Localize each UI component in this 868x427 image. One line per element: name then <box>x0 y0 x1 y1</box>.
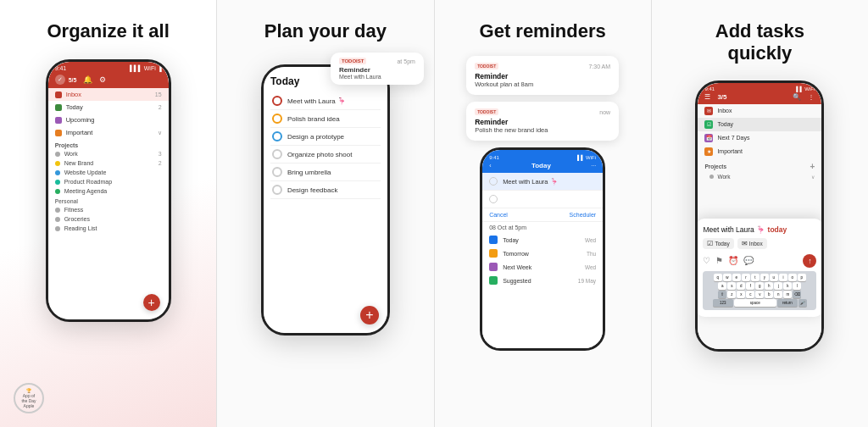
key-mic[interactable]: 🎤 <box>798 299 807 307</box>
ph4-projects-plus[interactable]: + <box>810 162 815 171</box>
key-w[interactable]: w <box>723 274 732 281</box>
key-n[interactable]: n <box>774 291 782 298</box>
ph4-nav-next7[interactable]: 📅 Next 7 Days <box>698 131 821 145</box>
key-shift[interactable]: ⇧ <box>718 291 726 298</box>
nav-upcoming[interactable]: Upcoming <box>48 114 169 126</box>
key-z[interactable]: z <box>727 291 736 298</box>
proj-fitness[interactable]: Fitness <box>48 205 169 214</box>
ph4-next7-icon: 📅 <box>704 134 713 142</box>
ph4-nav-important[interactable]: ★ Important <box>698 145 821 158</box>
ph4-nav-inbox[interactable]: ✉ Inbox <box>698 104 821 118</box>
key-o[interactable]: o <box>788 274 797 281</box>
panel-3-title: Get reminders <box>480 20 606 42</box>
ph4-search-icon[interactable]: 🔍 <box>793 93 801 101</box>
key-backspace[interactable]: ⌫ <box>793 291 801 298</box>
ph4-proj-work-label: Work <box>717 174 730 180</box>
panel-4-title: Add tasksquickly <box>715 20 804 65</box>
task-feedback[interactable]: Design feedback <box>270 181 381 199</box>
panel-1-title: Organize it all <box>47 20 169 42</box>
proj-roadmap[interactable]: Product Roadmap <box>48 177 169 186</box>
key-y[interactable]: y <box>760 274 769 281</box>
task-photo-shoot[interactable]: Organize photo shoot <box>270 146 381 164</box>
key-123[interactable]: 123 <box>713 299 733 307</box>
key-a[interactable]: a <box>718 282 726 290</box>
panel-2-title: Plan your day <box>264 20 387 42</box>
ph4-app-name: 3/5 <box>717 93 726 101</box>
ph3-sched-tomorrow[interactable]: Tomorrow Thu <box>482 247 603 260</box>
nav-today[interactable]: Today 2 <box>48 101 169 114</box>
notif-logo-2: TODOIST <box>475 108 498 115</box>
app-badge-line3: Apple <box>24 403 35 408</box>
key-b[interactable]: b <box>765 291 773 298</box>
key-space[interactable]: space <box>734 299 776 307</box>
proj-meeting[interactable]: Meeting Agenda <box>48 186 169 196</box>
projects-label: Projects <box>48 139 169 149</box>
key-i[interactable]: i <box>779 274 787 281</box>
key-k[interactable]: k <box>783 282 792 290</box>
task-text-meet-laura: Meet with Laura 🦩 <box>287 97 346 105</box>
ph3-task-highlighted[interactable]: Meet with Laura 🦩 <box>482 173 603 191</box>
key-e[interactable]: e <box>732 274 741 281</box>
ph3-scheduler-btn[interactable]: Scheduler <box>570 212 597 218</box>
key-p[interactable]: p <box>798 274 806 281</box>
ph3-sched-suggested[interactable]: Suggested 19 May <box>482 274 603 287</box>
ph3-sched-today[interactable]: Today Wed <box>482 233 603 247</box>
today-label: Today <box>66 103 83 111</box>
ph4-nav-today[interactable]: ☑ Today <box>698 118 821 131</box>
task-polish-brand[interactable]: Polish brand idea <box>270 110 381 128</box>
qa-flag-btn[interactable]: ⚑ <box>715 256 723 265</box>
ph3-back-icon[interactable]: ‹ <box>489 163 491 169</box>
proj-groceries[interactable]: Groceries <box>48 214 169 224</box>
qa-tag-today[interactable]: ☑ Today <box>703 238 733 249</box>
key-l[interactable]: l <box>793 282 801 290</box>
key-g[interactable]: g <box>755 282 764 290</box>
key-r[interactable]: r <box>742 274 750 281</box>
ph3-nextweek-day: Wed <box>585 264 596 270</box>
fab-button-1[interactable]: + <box>143 294 160 311</box>
proj-reading[interactable]: Reading List <box>48 224 169 233</box>
key-return[interactable]: return <box>777 299 798 307</box>
key-x[interactable]: x <box>737 291 745 298</box>
nav-inbox[interactable]: Inbox 15 <box>48 88 169 101</box>
ph4-proj-work[interactable]: Work ∨ <box>698 172 821 181</box>
task-circle-gray-3 <box>272 185 282 195</box>
key-j[interactable]: j <box>774 282 782 290</box>
ph4-more-icon[interactable]: ⋮ <box>808 93 815 101</box>
key-q[interactable]: q <box>714 274 722 281</box>
ph3-task-text-1: Meet with Laura 🦩 <box>503 178 557 186</box>
proj-website[interactable]: Website Update <box>48 168 169 177</box>
key-m[interactable]: m <box>783 291 792 298</box>
key-f[interactable]: f <box>746 282 754 290</box>
ph3-sched-tomorrow-label: Tomorrow <box>503 251 529 257</box>
qa-alarm-btn[interactable]: ⏰ <box>728 256 738 265</box>
reminder-card-header: TODOIST at 5pm <box>339 58 415 64</box>
proj-newbrand[interactable]: New Brand 2 <box>48 158 169 168</box>
ph3-cancel-btn[interactable]: Cancel <box>489 212 508 218</box>
important-dot <box>55 130 62 136</box>
key-c[interactable]: c <box>746 291 754 298</box>
ph3-task-circle-1 <box>489 177 498 186</box>
task-umbrella[interactable]: Bring umbrella <box>270 164 381 181</box>
key-s[interactable]: s <box>727 282 736 290</box>
ph3-sched-nextweek[interactable]: Next Week Wed <box>482 260 603 274</box>
ph3-more-icon[interactable]: ··· <box>591 163 596 169</box>
qa-send-button[interactable]: ↑ <box>803 254 816 268</box>
nav-important[interactable]: Important ∨ <box>48 126 169 139</box>
key-v[interactable]: v <box>755 291 764 298</box>
qa-heart-btn[interactable]: ♡ <box>703 256 710 265</box>
key-t[interactable]: t <box>751 274 760 281</box>
qa-tag-inbox[interactable]: ✉ Inbox <box>737 238 767 249</box>
key-d[interactable]: d <box>737 282 745 290</box>
proj-newbrand-dot <box>55 161 60 166</box>
key-u[interactable]: u <box>770 274 778 281</box>
proj-meeting-dot <box>55 189 60 194</box>
task-design-prototype[interactable]: Design a prototype <box>270 128 381 146</box>
ph3-task-2[interactable] <box>482 191 603 208</box>
proj-work[interactable]: Work 3 <box>48 149 169 158</box>
proj-reading-label: Reading List <box>64 225 97 231</box>
ph1-header: ✓ 5/5 🔔 ⚙ <box>48 73 169 88</box>
qa-comment-btn[interactable]: 💬 <box>743 256 754 265</box>
ph4-menu-icon[interactable]: ☰ <box>704 93 710 101</box>
task-meet-laura[interactable]: Meet with Laura 🦩 <box>270 92 381 110</box>
key-h[interactable]: h <box>765 282 773 290</box>
